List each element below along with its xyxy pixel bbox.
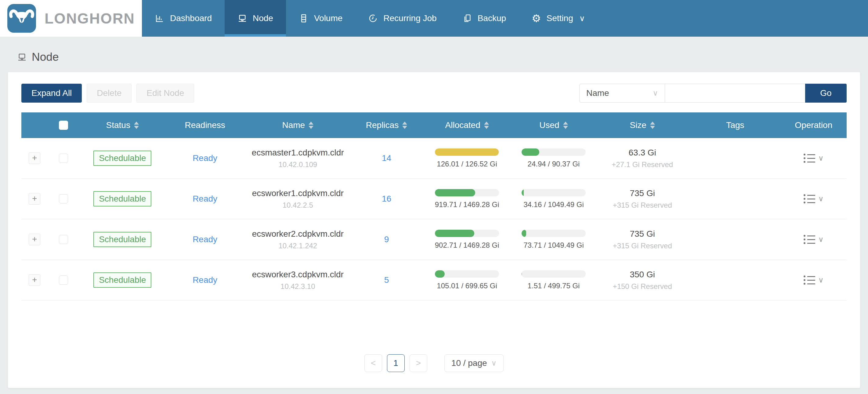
list-menu-icon [804,194,815,203]
readiness-value: Ready [193,153,217,163]
nav-item-node[interactable]: Node [225,0,286,37]
used-meter: 1.51 / 499.75 Gi [522,270,586,290]
replica-count: 14 [382,153,391,163]
status-badge: Schedulable [93,273,151,288]
replica-count: 5 [384,275,389,285]
node-icon [238,13,247,23]
allocated-value: 126.01 / 126.52 Gi [437,160,497,168]
readiness-value: Ready [193,234,217,244]
nav-item-backup[interactable]: Backup [450,0,519,37]
sort-icon[interactable] [563,121,568,129]
nav-item-setting[interactable]: ⚙ Setting ∨ [519,0,598,37]
search-input[interactable] [665,84,805,103]
brand-name: LONGHORN [44,10,135,27]
operation-menu-button[interactable]: ∨ [804,194,824,203]
clock-icon [368,13,378,23]
sort-icon[interactable] [402,121,407,129]
allocated-value: 919.71 / 1469.28 Gi [435,200,499,209]
node-name: ecsworker3.cdpkvm.cldr [252,270,344,279]
sort-icon[interactable] [309,121,313,129]
sort-icon[interactable] [134,121,139,129]
nav-label-backup: Backup [478,13,506,23]
node-ip: 10.42.1.242 [278,242,317,250]
expand-row-button[interactable]: + [29,274,40,286]
used-value: 73.71 / 1049.49 Gi [523,241,584,250]
column-header-used[interactable]: Used [539,120,568,130]
status-badge: Schedulable [93,191,151,206]
column-header-tags: Tags [726,120,744,130]
list-menu-icon [804,153,815,163]
search-field-select[interactable]: Name ∨ [579,84,665,103]
row-checkbox[interactable] [59,235,68,244]
size-reserved: +150 Gi Reserved [613,282,672,291]
main-nav: Dashboard Node Volume Recurring Job Back… [142,0,598,37]
row-checkbox[interactable] [59,194,68,203]
node-name: ecsworker1.cdpkvm.cldr [252,189,344,198]
allocated-meter: 126.01 / 126.52 Gi [435,148,499,168]
size-value: 63.3 Gi [629,148,656,158]
sort-icon[interactable] [484,121,489,129]
page-size-value: 10 / page [452,358,487,368]
table-row: + Schedulable Ready ecsworker2.cdpkvm.cl… [21,219,847,260]
size-value: 735 Gi [630,189,655,198]
operation-menu-button[interactable]: ∨ [804,153,824,163]
readiness-value: Ready [193,275,217,285]
delete-button[interactable]: Delete [87,84,131,103]
row-checkbox[interactable] [59,276,68,285]
allocated-meter: 105.01 / 699.65 Gi [435,270,499,290]
allocated-meter-fill [435,230,474,237]
search-bar: Name ∨ Go [579,84,847,103]
used-meter-fill [522,189,524,196]
used-value: 34.16 / 1049.49 Gi [523,200,584,209]
longhorn-logo[interactable]: LONGHORN [0,0,142,37]
table-header-row: Status Readiness Name Replicas Allocated… [21,112,847,138]
nav-item-dashboard[interactable]: Dashboard [142,0,225,37]
status-badge: Schedulable [93,150,151,166]
row-checkbox[interactable] [59,153,68,163]
column-header-status[interactable]: Status [106,120,139,130]
node-ip: 10.42.2.5 [283,201,313,209]
chevron-down-icon: ∨ [579,14,585,23]
expand-row-button[interactable]: + [29,193,40,205]
node-table-card: Expand All Delete Edit Node Name ∨ Go St… [8,72,860,388]
node-table: Status Readiness Name Replicas Allocated… [21,112,847,301]
size-reserved: +27.1 Gi Reserved [612,160,673,169]
expand-row-button[interactable]: + [29,152,40,164]
prev-page-button[interactable]: < [364,354,382,372]
chevron-down-icon: ∨ [818,276,824,284]
search-go-button[interactable]: Go [805,84,847,103]
chevron-down-icon: ∨ [491,359,497,367]
column-header-allocated[interactable]: Allocated [445,120,489,130]
select-all-checkbox[interactable] [59,121,68,130]
gear-icon: ⚙ [532,13,541,23]
used-meter-fill [522,148,539,156]
allocated-meter-fill [435,270,445,278]
pagination: < 1 > 10 / page ∨ [21,354,847,372]
sort-icon[interactable] [650,121,655,129]
operation-menu-button[interactable]: ∨ [804,235,824,244]
expand-row-button[interactable]: + [29,234,40,245]
used-value: 24.94 / 90.37 Gi [528,160,580,168]
replica-count: 9 [384,234,389,244]
column-header-name[interactable]: Name [282,120,313,130]
current-page-button[interactable]: 1 [387,354,405,372]
nav-item-volume[interactable]: Volume [286,0,355,37]
nav-item-recurring-job[interactable]: Recurring Job [355,0,449,37]
edit-node-button[interactable]: Edit Node [136,84,194,103]
allocated-meter: 902.71 / 1469.28 Gi [435,230,499,250]
column-header-size[interactable]: Size [630,120,655,130]
volume-icon [299,13,309,23]
page-size-select[interactable]: 10 / page ∨ [444,354,504,372]
chevron-down-icon: ∨ [818,154,824,163]
next-page-button[interactable]: > [410,354,427,372]
used-meter-fill [522,230,526,237]
list-menu-icon [804,235,815,244]
node-name: ecsworker2.cdpkvm.cldr [252,229,344,239]
operation-menu-button[interactable]: ∨ [804,276,824,285]
backup-icon [462,13,472,23]
toolbar: Expand All Delete Edit Node Name ∨ Go [21,84,847,103]
expand-all-button[interactable]: Expand All [21,84,82,103]
size-value: 350 Gi [630,270,655,279]
column-header-replicas[interactable]: Replicas [366,120,407,130]
table-row: + Schedulable Ready ecsworker3.cdpkvm.cl… [21,260,847,301]
